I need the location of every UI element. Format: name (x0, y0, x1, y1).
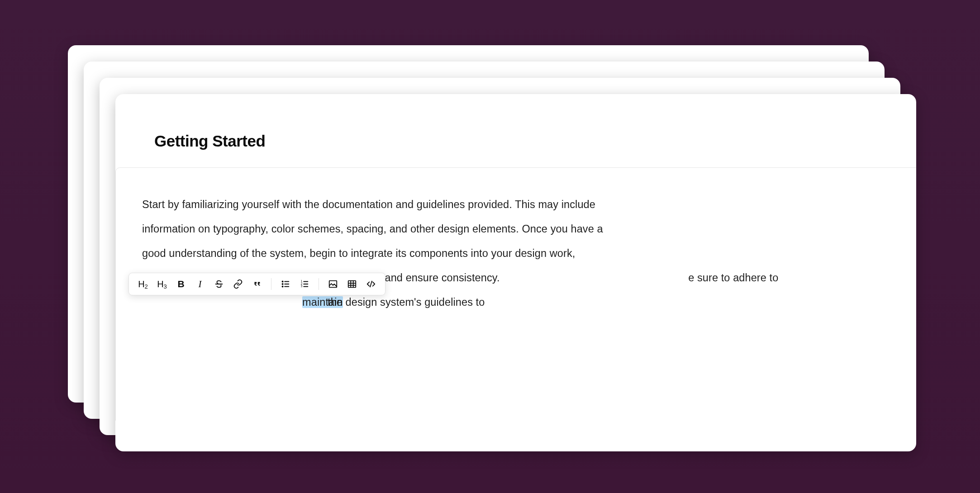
document-card: Getting Started Start by familiarizing y… (115, 94, 916, 451)
svg-line-18 (370, 281, 372, 287)
document-body[interactable]: Start by familiarizing yourself with the… (142, 192, 604, 314)
document-title: Getting Started (115, 94, 916, 150)
svg-point-2 (282, 284, 283, 284)
editor-area[interactable]: Start by familiarizing yourself with the… (115, 167, 916, 421)
bulleted-list-button[interactable] (276, 275, 295, 294)
bulleted-list-icon (281, 279, 290, 289)
code-block-button[interactable] (362, 275, 381, 294)
image-button[interactable] (323, 275, 343, 294)
body-paragraph-1: Start by familiarizing yourself with the… (142, 199, 603, 284)
table-icon (347, 279, 357, 289)
formatting-toolbar: H2 H3 B I 123 (128, 273, 385, 295)
svg-rect-13 (348, 281, 356, 288)
bold-button[interactable]: B (171, 275, 190, 294)
svg-point-4 (282, 286, 283, 287)
heading-2-button[interactable]: H2 (133, 275, 152, 294)
quote-icon (252, 279, 262, 289)
document-stack: Getting Started Start by familiarizing y… (68, 45, 923, 466)
image-icon (328, 279, 338, 289)
link-icon (233, 279, 243, 289)
svg-text:3: 3 (301, 284, 303, 288)
toolbar-divider (319, 278, 319, 290)
strikethrough-button[interactable] (209, 275, 228, 294)
code-icon (366, 279, 376, 289)
numbered-list-icon: 123 (300, 279, 309, 289)
heading-3-button[interactable]: H3 (152, 275, 171, 294)
link-button[interactable] (228, 275, 247, 294)
svg-point-0 (282, 281, 283, 282)
blockquote-button[interactable] (247, 275, 266, 294)
italic-button[interactable]: I (190, 275, 209, 294)
toolbar-divider (271, 278, 271, 290)
table-button[interactable] (343, 275, 362, 294)
strikethrough-icon (214, 279, 224, 289)
numbered-list-button[interactable]: 123 (295, 275, 314, 294)
